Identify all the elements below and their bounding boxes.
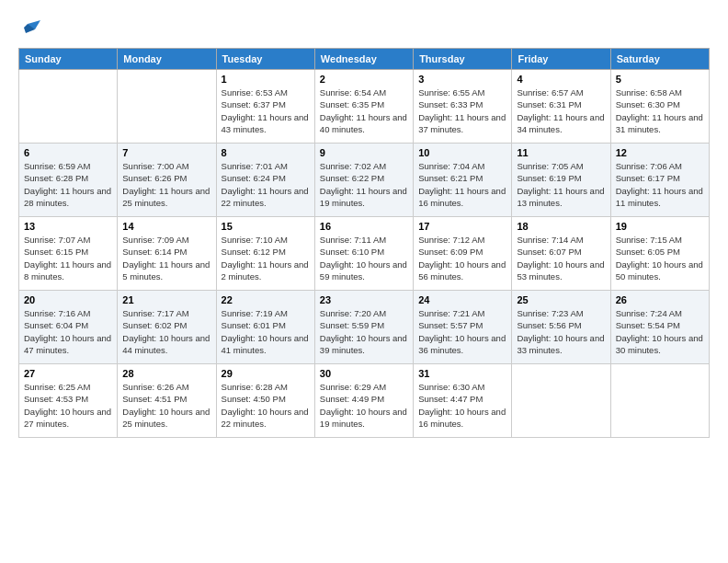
day-info: Sunrise: 7:04 AM Sunset: 6:21 PM Dayligh… (418, 160, 506, 209)
day-number: 23 (320, 294, 408, 305)
week-row-3: 13Sunrise: 7:07 AM Sunset: 6:15 PM Dayli… (19, 217, 710, 291)
calendar-cell: 5Sunrise: 6:58 AM Sunset: 6:30 PM Daylig… (610, 70, 709, 144)
calendar-cell: 18Sunrise: 7:14 AM Sunset: 6:07 PM Dayli… (512, 217, 610, 291)
day-info: Sunrise: 6:29 AM Sunset: 4:49 PM Dayligh… (320, 381, 408, 430)
calendar-table: SundayMondayTuesdayWednesdayThursdayFrid… (18, 48, 710, 438)
day-info: Sunrise: 6:57 AM Sunset: 6:31 PM Dayligh… (517, 86, 605, 135)
day-number: 2 (320, 74, 408, 85)
day-number: 9 (320, 147, 408, 158)
calendar-cell: 6Sunrise: 6:59 AM Sunset: 6:28 PM Daylig… (19, 144, 118, 217)
header (18, 15, 710, 39)
day-info: Sunrise: 7:17 AM Sunset: 6:02 PM Dayligh… (122, 307, 210, 356)
day-info: Sunrise: 7:07 AM Sunset: 6:15 PM Dayligh… (24, 234, 112, 282)
calendar-cell: 14Sunrise: 7:09 AM Sunset: 6:14 PM Dayli… (118, 217, 216, 291)
day-info: Sunrise: 7:05 AM Sunset: 6:19 PM Dayligh… (517, 160, 605, 209)
weekday-header-friday: Friday (512, 49, 610, 70)
day-number: 14 (122, 221, 210, 232)
day-info: Sunrise: 7:10 AM Sunset: 6:12 PM Dayligh… (222, 234, 310, 282)
day-info: Sunrise: 7:19 AM Sunset: 6:01 PM Dayligh… (222, 307, 310, 356)
calendar-cell: 3Sunrise: 6:55 AM Sunset: 6:33 PM Daylig… (414, 70, 512, 144)
day-info: Sunrise: 7:20 AM Sunset: 5:59 PM Dayligh… (320, 307, 408, 356)
day-info: Sunrise: 7:06 AM Sunset: 6:17 PM Dayligh… (616, 160, 704, 209)
calendar-cell: 13Sunrise: 7:07 AM Sunset: 6:15 PM Dayli… (19, 217, 118, 291)
day-info: Sunrise: 6:58 AM Sunset: 6:30 PM Dayligh… (616, 86, 704, 135)
calendar-cell: 2Sunrise: 6:54 AM Sunset: 6:35 PM Daylig… (314, 70, 413, 144)
day-info: Sunrise: 6:59 AM Sunset: 6:28 PM Dayligh… (24, 160, 112, 209)
calendar-cell: 19Sunrise: 7:15 AM Sunset: 6:05 PM Dayli… (610, 217, 709, 291)
weekday-header-tuesday: Tuesday (216, 49, 314, 70)
calendar-cell: 22Sunrise: 7:19 AM Sunset: 6:01 PM Dayli… (216, 291, 314, 364)
calendar-cell: 23Sunrise: 7:20 AM Sunset: 5:59 PM Dayli… (314, 291, 413, 364)
day-info: Sunrise: 6:26 AM Sunset: 4:51 PM Dayligh… (122, 381, 210, 430)
day-number: 20 (24, 294, 112, 305)
day-info: Sunrise: 7:12 AM Sunset: 6:09 PM Dayligh… (418, 234, 506, 282)
day-number: 4 (517, 74, 605, 85)
day-number: 28 (122, 368, 210, 379)
day-number: 30 (320, 368, 408, 379)
day-info: Sunrise: 7:15 AM Sunset: 6:05 PM Dayligh… (616, 234, 704, 282)
calendar-cell: 29Sunrise: 6:28 AM Sunset: 4:50 PM Dayli… (216, 364, 314, 438)
day-number: 8 (222, 147, 310, 158)
calendar-cell (512, 364, 610, 438)
calendar-cell: 21Sunrise: 7:17 AM Sunset: 6:02 PM Dayli… (118, 291, 216, 364)
calendar-cell: 7Sunrise: 7:00 AM Sunset: 6:26 PM Daylig… (118, 144, 216, 217)
day-info: Sunrise: 7:11 AM Sunset: 6:10 PM Dayligh… (320, 234, 408, 282)
day-number: 5 (616, 74, 704, 85)
weekday-header-thursday: Thursday (414, 49, 512, 70)
day-number: 1 (222, 74, 310, 85)
calendar-cell: 8Sunrise: 7:01 AM Sunset: 6:24 PM Daylig… (216, 144, 314, 217)
calendar-cell: 24Sunrise: 7:21 AM Sunset: 5:57 PM Dayli… (414, 291, 512, 364)
calendar-cell: 11Sunrise: 7:05 AM Sunset: 6:19 PM Dayli… (512, 144, 610, 217)
calendar-cell: 28Sunrise: 6:26 AM Sunset: 4:51 PM Dayli… (118, 364, 216, 438)
day-info: Sunrise: 7:02 AM Sunset: 6:22 PM Dayligh… (320, 160, 408, 209)
day-info: Sunrise: 6:25 AM Sunset: 4:53 PM Dayligh… (24, 381, 112, 430)
day-info: Sunrise: 7:16 AM Sunset: 6:04 PM Dayligh… (24, 307, 112, 356)
calendar-cell: 12Sunrise: 7:06 AM Sunset: 6:17 PM Dayli… (610, 144, 709, 217)
weekday-header-saturday: Saturday (610, 49, 709, 70)
page: SundayMondayTuesdayWednesdayThursdayFrid… (0, 0, 728, 563)
day-info: Sunrise: 7:23 AM Sunset: 5:56 PM Dayligh… (517, 307, 605, 356)
day-number: 17 (418, 221, 506, 232)
day-number: 3 (418, 74, 506, 85)
calendar-cell: 31Sunrise: 6:30 AM Sunset: 4:47 PM Dayli… (414, 364, 512, 438)
calendar-cell: 30Sunrise: 6:29 AM Sunset: 4:49 PM Dayli… (314, 364, 413, 438)
day-number: 11 (517, 147, 605, 158)
calendar-cell: 1Sunrise: 6:53 AM Sunset: 6:37 PM Daylig… (216, 70, 314, 144)
day-number: 12 (616, 147, 704, 158)
day-info: Sunrise: 6:53 AM Sunset: 6:37 PM Dayligh… (222, 86, 310, 135)
weekday-header-monday: Monday (118, 49, 216, 70)
calendar-cell: 17Sunrise: 7:12 AM Sunset: 6:09 PM Dayli… (414, 217, 512, 291)
calendar-cell: 25Sunrise: 7:23 AM Sunset: 5:56 PM Dayli… (512, 291, 610, 364)
day-info: Sunrise: 7:00 AM Sunset: 6:26 PM Dayligh… (122, 160, 210, 209)
day-info: Sunrise: 7:14 AM Sunset: 6:07 PM Dayligh… (517, 234, 605, 282)
weekday-header-row: SundayMondayTuesdayWednesdayThursdayFrid… (19, 49, 710, 70)
calendar-cell (19, 70, 118, 144)
logo-bird-icon (20, 18, 40, 39)
day-info: Sunrise: 6:30 AM Sunset: 4:47 PM Dayligh… (418, 381, 506, 430)
week-row-2: 6Sunrise: 6:59 AM Sunset: 6:28 PM Daylig… (19, 144, 710, 217)
logo (18, 18, 40, 39)
calendar-cell: 27Sunrise: 6:25 AM Sunset: 4:53 PM Dayli… (19, 364, 118, 438)
day-number: 16 (320, 221, 408, 232)
day-number: 27 (24, 368, 112, 379)
week-row-1: 1Sunrise: 6:53 AM Sunset: 6:37 PM Daylig… (19, 70, 710, 144)
day-info: Sunrise: 7:09 AM Sunset: 6:14 PM Dayligh… (122, 234, 210, 282)
day-number: 18 (517, 221, 605, 232)
day-number: 6 (24, 147, 112, 158)
day-info: Sunrise: 7:21 AM Sunset: 5:57 PM Dayligh… (418, 307, 506, 356)
calendar-cell: 16Sunrise: 7:11 AM Sunset: 6:10 PM Dayli… (314, 217, 413, 291)
calendar-cell: 4Sunrise: 6:57 AM Sunset: 6:31 PM Daylig… (512, 70, 610, 144)
calendar-cell (610, 364, 709, 438)
weekday-header-wednesday: Wednesday (314, 49, 413, 70)
day-number: 29 (222, 368, 310, 379)
calendar-cell: 15Sunrise: 7:10 AM Sunset: 6:12 PM Dayli… (216, 217, 314, 291)
day-number: 7 (122, 147, 210, 158)
day-number: 19 (616, 221, 704, 232)
day-number: 31 (418, 368, 506, 379)
day-number: 26 (616, 294, 704, 305)
week-row-4: 20Sunrise: 7:16 AM Sunset: 6:04 PM Dayli… (19, 291, 710, 364)
day-info: Sunrise: 6:54 AM Sunset: 6:35 PM Dayligh… (320, 86, 408, 135)
day-info: Sunrise: 6:28 AM Sunset: 4:50 PM Dayligh… (222, 381, 310, 430)
day-info: Sunrise: 7:01 AM Sunset: 6:24 PM Dayligh… (222, 160, 310, 209)
day-number: 25 (517, 294, 605, 305)
